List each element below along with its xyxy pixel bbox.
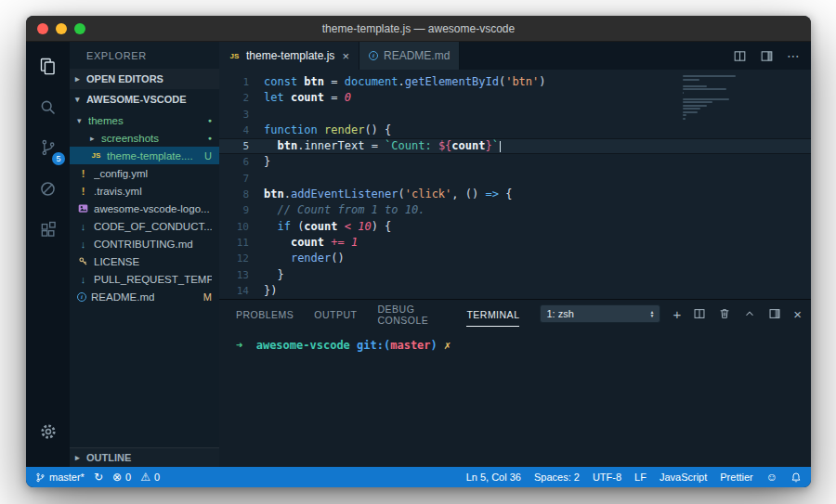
status-prettier[interactable]: Prettier (720, 472, 752, 483)
status-master[interactable]: master* (35, 472, 85, 484)
window-title: theme-template.js — awesome-vscode (26, 22, 811, 35)
terminal-cwd: awesome-vscode (256, 339, 350, 352)
status-spaces-2[interactable]: Spaces: 2 (534, 472, 580, 483)
panel-header: PROBLEMSOUTPUTDEBUG CONSOLETERMINAL 1: z… (219, 300, 811, 328)
line-number: 6 (219, 154, 249, 170)
section-outline[interactable]: ▸ OUTLINE (70, 447, 219, 467)
panel-layout-icon[interactable] (768, 307, 781, 320)
settings-button[interactable] (26, 413, 70, 454)
sidebar-title: EXPLORER (70, 42, 219, 69)
code-line-11[interactable]: 11 count += 1 (219, 235, 811, 251)
more-actions-icon[interactable]: ⋯ (787, 48, 800, 63)
split-terminal-icon[interactable] (693, 307, 706, 320)
file-item-contributing-md[interactable]: ↓CONTRIBUTING.md (70, 235, 219, 252)
code-line-8[interactable]: 8btn.addEventListener('click', () => { (219, 187, 811, 202)
line-number: 2 (219, 90, 249, 106)
vscode-window: theme-template.js — awesome-vscode 5 (26, 16, 811, 487)
yml-file-icon: ! (77, 168, 89, 179)
line-number: 14 (219, 283, 249, 299)
panel-tab-problems[interactable]: PROBLEMS (236, 302, 294, 326)
panel-tab-output[interactable]: OUTPUT (314, 302, 357, 326)
js-file-icon: JS (90, 151, 102, 160)
terminal-plain (242, 339, 255, 352)
line-text: render() (264, 251, 345, 266)
file-item-code-of-conduct[interactable]: ↓CODE_OF_CONDUCT.... (70, 217, 219, 235)
code-line-5[interactable]: 5 btn.innerText = `Count: ${count}` (219, 138, 811, 154)
maximize-panel-chevron-up-icon[interactable] (743, 307, 756, 320)
search-icon (38, 97, 58, 121)
file-item-config-yml[interactable]: !_config.yml (70, 164, 219, 182)
js-file-icon: JS (229, 52, 241, 60)
file-label: _config.yml (94, 168, 148, 179)
line-text: if (count < 10) { (264, 219, 391, 235)
editor-tab-bar: JS theme-template.js × i README.md ⋯ (219, 42, 811, 70)
git-untracked-dot: ● (208, 117, 212, 123)
code-editor[interactable]: 1const btn = document.getElementById('bt… (219, 70, 811, 299)
status-smiley[interactable]: ☺ (766, 471, 777, 484)
status-javascript[interactable]: JavaScript (660, 472, 707, 483)
editor-layout-icon[interactable] (760, 49, 774, 63)
chevron-right-icon: ▸ (90, 134, 101, 143)
git-untracked-dot: ● (208, 135, 212, 141)
file-item-travis-yml[interactable]: !.travis.yml (70, 182, 219, 200)
terminal-branch: master (390, 339, 430, 352)
file-label: PULL_REQUEST_TEMP... (94, 274, 212, 285)
open-editors-label: OPEN EDITORS (86, 73, 163, 84)
outline-label: OUTLINE (86, 452, 131, 463)
file-item-readme-md[interactable]: iREADME.mdM (70, 288, 219, 305)
status-0[interactable]: ⚠0 (140, 471, 160, 484)
status-bell[interactable] (790, 472, 802, 484)
section-open-editors[interactable]: ▸ OPEN EDITORS (70, 69, 219, 89)
md-file-icon: ↓ (77, 239, 89, 250)
section-root-folder[interactable]: ▾ AWESOME-VSCODE (70, 89, 219, 110)
sync-icon: ↻ (94, 471, 103, 484)
status-0[interactable]: ⊗0 (112, 471, 131, 484)
activity-source-control[interactable]: 5 (26, 129, 70, 170)
status-sync[interactable]: ↻ (94, 471, 103, 484)
status-ln-5-col-36[interactable]: Ln 5, Col 36 (466, 472, 521, 483)
tab-readme-md[interactable]: i README.md (359, 42, 460, 70)
gear-icon (39, 422, 58, 445)
activity-explorer[interactable] (26, 47, 70, 88)
panel-tab-terminal[interactable]: TERMINAL (466, 302, 519, 327)
new-terminal-icon[interactable]: + (673, 307, 681, 321)
terminal-shell-select[interactable]: 1: zsh ▲▼ (540, 304, 660, 323)
code-line-14[interactable]: 14}) (219, 283, 811, 299)
tab-theme-template-js[interactable]: JS theme-template.js × (219, 42, 359, 70)
file-item-license[interactable]: LICENSE (70, 252, 219, 270)
terminal-output[interactable]: ➜ awesome-vscode git:(master) ✗ (219, 328, 811, 467)
line-text: } (264, 154, 270, 170)
panel-tab-debug-console[interactable]: DEBUG CONSOLE (378, 296, 447, 331)
activity-search[interactable] (26, 88, 70, 129)
code-line-10[interactable]: 10 if (count < 10) { (219, 219, 811, 235)
terminal-prompt-line: ➜ awesome-vscode git:(master) ✗ (236, 339, 811, 352)
file-item-themes[interactable]: ▾themes● (70, 111, 219, 129)
info-file-icon: i (369, 51, 378, 60)
activity-debug[interactable] (26, 170, 70, 211)
close-panel-icon[interactable]: × (793, 307, 802, 321)
code-line-12[interactable]: 12 render() (219, 251, 811, 266)
code-line-9[interactable]: 9 // Count from 1 to 10. (219, 202, 811, 218)
shell-select-value: 1: zsh (546, 308, 573, 319)
split-editor-icon[interactable] (733, 49, 747, 63)
status-lf[interactable]: LF (634, 472, 647, 483)
code-line-6[interactable]: 6} (219, 154, 811, 170)
files-icon (38, 57, 58, 80)
file-item-pull-request-temp[interactable]: ↓PULL_REQUEST_TEMP... (70, 270, 219, 288)
file-item-screenshots[interactable]: ▸screenshots● (70, 129, 219, 147)
terminal-git: ) (431, 339, 438, 352)
activity-extensions[interactable] (26, 211, 70, 252)
bottom-panel: PROBLEMSOUTPUTDEBUG CONSOLETERMINAL 1: z… (219, 299, 811, 467)
file-item-awesome-vscode-logo[interactable]: awesome-vscode-logo... (70, 200, 219, 217)
file-item-theme-template[interactable]: JStheme-template....U (70, 147, 219, 164)
kill-terminal-trash-icon[interactable] (718, 307, 731, 320)
file-tree: ▾themes●▸screenshots●JStheme-template...… (70, 111, 219, 305)
bell-icon (790, 472, 802, 484)
minimap[interactable] (679, 75, 800, 121)
code-line-13[interactable]: 13 } (219, 267, 811, 283)
status-utf-8[interactable]: UTF-8 (593, 472, 621, 483)
close-tab-icon[interactable]: × (342, 49, 349, 63)
code-line-4[interactable]: 4function render() { (219, 123, 811, 138)
code-line-7[interactable]: 7 (219, 171, 811, 187)
editor-actions: ⋯ (733, 42, 811, 70)
